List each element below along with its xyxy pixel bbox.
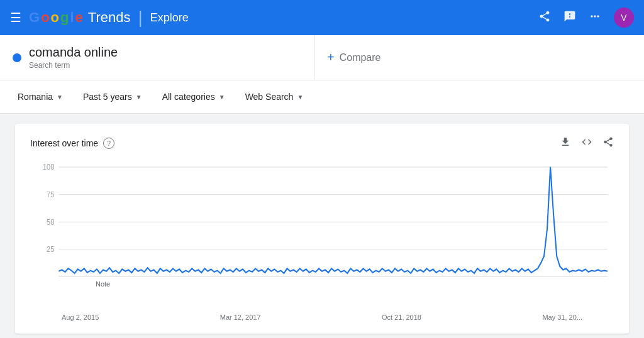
svg-text:75: 75 [47, 191, 54, 199]
x-axis-labels: Aug 2, 2015 Mar 12, 2017 Oct 21, 2018 Ma… [30, 313, 614, 321]
apps-icon[interactable] [589, 10, 601, 26]
hamburger-icon[interactable]: ☰ [10, 10, 21, 25]
search-row: comanda online Search term + Compare [0, 35, 644, 80]
svg-text:100: 100 [43, 163, 54, 171]
x-label-1: Aug 2, 2015 [62, 313, 99, 321]
app-header: ☰ G o o g l e Trends | Explore V [0, 0, 644, 35]
category-chevron-icon: ▼ [219, 94, 225, 101]
filter-row: Romania ▼ Past 5 years ▼ All categories … [0, 80, 644, 113]
share-icon[interactable] [538, 10, 551, 26]
chart-note: Note [93, 279, 113, 289]
avatar[interactable]: V [614, 8, 634, 28]
embed-icon[interactable] [581, 136, 592, 150]
chart-actions [560, 136, 614, 150]
category-filter[interactable]: All categories ▼ [155, 87, 233, 107]
time-range-label: Past 5 years [83, 92, 132, 102]
search-section: comanda online Search term + Compare Rom… [0, 35, 644, 114]
explore-label: Explore [150, 11, 189, 25]
header-divider: | [138, 8, 143, 28]
search-type-label: Web Search [245, 92, 294, 102]
search-term-indicator [13, 53, 21, 62]
region-label: Romania [18, 92, 53, 102]
x-label-3: Oct 21, 2018 [382, 313, 421, 321]
time-range-filter[interactable]: Past 5 years ▼ [75, 87, 150, 107]
chart-area: 100 75 50 25 Note [30, 160, 614, 311]
compare-box[interactable]: + Compare [314, 35, 644, 80]
help-icon[interactable]: ? [103, 138, 114, 149]
search-type-chevron-icon: ▼ [297, 94, 303, 101]
chart-title: Interest over time [30, 138, 98, 148]
google-logo: G o o g l e Trends [29, 9, 131, 26]
compare-plus-icon: + [327, 50, 335, 65]
interest-chart: 100 75 50 25 [30, 160, 614, 311]
search-term-info: comanda online Search term [29, 45, 118, 70]
product-name: Trends [88, 9, 131, 26]
chart-title-row: Interest over time ? [30, 138, 114, 149]
region-chevron-icon: ▼ [57, 94, 63, 101]
time-range-chevron-icon: ▼ [136, 94, 142, 101]
x-label-4: May 31, 20... [542, 313, 582, 321]
header-right: V [538, 8, 634, 28]
svg-text:25: 25 [47, 246, 54, 253]
category-label: All categories [162, 92, 215, 102]
search-type-filter[interactable]: Web Search ▼ [238, 87, 311, 107]
main-content: Interest over time ? [0, 114, 644, 338]
chart-card: Interest over time ? [15, 124, 629, 334]
x-label-2: Mar 12, 2017 [220, 313, 261, 321]
search-term-value: comanda online [29, 45, 118, 60]
search-term-box[interactable]: comanda online Search term [0, 35, 314, 80]
feedback-icon[interactable] [564, 10, 576, 26]
chart-header: Interest over time ? [30, 136, 614, 150]
search-term-type: Search term [29, 61, 118, 70]
region-filter[interactable]: Romania ▼ [10, 87, 70, 107]
header-left: ☰ G o o g l e Trends | Explore [10, 8, 528, 28]
download-icon[interactable] [560, 136, 571, 150]
svg-text:50: 50 [47, 218, 54, 226]
chart-share-icon[interactable] [602, 136, 614, 150]
compare-label: Compare [340, 52, 381, 63]
